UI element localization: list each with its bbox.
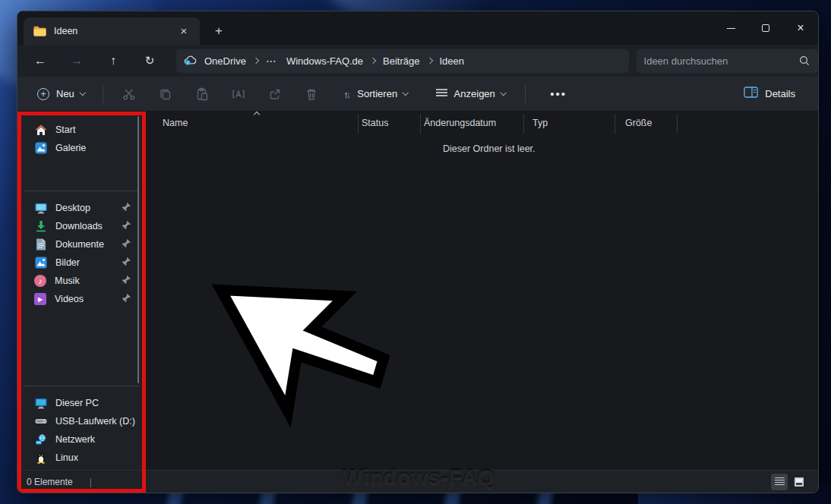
column-resize-handle[interactable] bbox=[677, 114, 678, 134]
usb-drive-icon bbox=[34, 415, 47, 428]
sidebar-item-usb-laufwerk[interactable]: USB-Laufwerk (D:) bbox=[17, 412, 145, 430]
rename-icon[interactable] bbox=[224, 81, 253, 107]
chevron-down-icon bbox=[501, 90, 507, 96]
sidebar-item-label: Bilder bbox=[55, 257, 80, 268]
column-resize-handle[interactable] bbox=[420, 114, 421, 134]
music-icon: ♪ bbox=[34, 275, 46, 287]
close-icon[interactable]: × bbox=[783, 11, 818, 45]
explorer-body: Start Galerie bbox=[17, 112, 818, 470]
pin-icon bbox=[121, 202, 131, 213]
chevron-down-icon bbox=[80, 90, 86, 96]
breadcrumb-separator-icon bbox=[253, 58, 259, 64]
sidebar-item-musik[interactable]: ♪ Musik bbox=[17, 272, 145, 290]
videos-icon: ▶ bbox=[34, 293, 46, 305]
tab-close-button[interactable]: × bbox=[175, 23, 192, 39]
refresh-icon[interactable]: ↻ bbox=[137, 49, 163, 72]
sidebar-item-label: Videos bbox=[55, 294, 84, 304]
pin-icon bbox=[121, 220, 131, 231]
new-button[interactable]: + Neu bbox=[30, 83, 92, 105]
breadcrumb-separator-icon bbox=[426, 58, 432, 64]
sidebar-item-dieser-pc[interactable]: Dieser PC bbox=[17, 394, 145, 412]
sidebar-item-downloads[interactable]: Downloads bbox=[17, 217, 145, 235]
view-toggles bbox=[771, 474, 807, 490]
sidebar-divider bbox=[24, 191, 139, 191]
details-pane-icon bbox=[744, 87, 758, 101]
minimize-icon[interactable] bbox=[713, 11, 748, 45]
maximize-icon[interactable] bbox=[748, 11, 783, 45]
documents-icon bbox=[34, 238, 47, 251]
details-label: Details bbox=[765, 88, 795, 99]
breadcrumb-ellipsis[interactable]: ⋯ bbox=[261, 53, 282, 68]
navigation-pane: Start Galerie bbox=[17, 112, 145, 470]
this-pc-icon bbox=[34, 397, 47, 410]
file-list-pane: Name Status Änderungsdatum Typ Größe Die… bbox=[145, 112, 818, 470]
sidebar-item-linux[interactable]: Linux bbox=[17, 449, 145, 467]
sidebar-scrollbar[interactable] bbox=[137, 116, 139, 383]
sidebar-item-label: Dokumente bbox=[55, 239, 104, 250]
breadcrumb-item-onedrive[interactable]: OneDrive bbox=[200, 54, 251, 68]
sort-label: Sortieren bbox=[357, 88, 397, 99]
share-icon[interactable] bbox=[261, 81, 289, 107]
breadcrumb-item-site[interactable]: Windows-FAQ.de bbox=[282, 54, 368, 68]
sort-ascending-caret-icon bbox=[254, 112, 260, 118]
title-bar: Ideen × + × bbox=[17, 11, 818, 45]
explorer-tab[interactable]: Ideen × bbox=[24, 17, 200, 45]
column-header-groesse[interactable]: Größe bbox=[625, 118, 652, 128]
sidebar-item-videos[interactable]: ▶ Videos bbox=[17, 290, 145, 308]
toolbar-divider bbox=[103, 85, 103, 103]
sidebar-item-label: Start bbox=[55, 124, 75, 135]
back-icon[interactable]: ← bbox=[27, 49, 53, 72]
forward-icon[interactable]: → bbox=[64, 49, 90, 72]
large-arrow-cursor bbox=[206, 267, 411, 453]
pin-icon bbox=[121, 275, 131, 285]
new-tab-button[interactable]: + bbox=[209, 22, 229, 40]
search-input[interactable] bbox=[644, 55, 798, 67]
address-bar[interactable]: OneDrive ⋯ Windows-FAQ.de Beiträge Ideen bbox=[176, 49, 629, 73]
toolbar-divider bbox=[525, 85, 526, 103]
sidebar-item-dokumente[interactable]: Dokumente bbox=[17, 235, 145, 254]
large-icons-view-icon[interactable] bbox=[791, 474, 807, 490]
column-header-status[interactable]: Status bbox=[362, 118, 388, 128]
more-options-icon[interactable]: ••• bbox=[544, 84, 573, 103]
details-pane-button[interactable]: Details bbox=[738, 82, 801, 106]
folder-icon bbox=[33, 25, 46, 38]
search-icon[interactable] bbox=[798, 55, 810, 68]
breadcrumb-item-ideen[interactable]: Ideen bbox=[435, 54, 469, 68]
sidebar-item-label: Galerie bbox=[55, 143, 86, 153]
downloads-icon bbox=[34, 220, 47, 233]
column-resize-handle[interactable] bbox=[358, 114, 359, 134]
sidebar-item-netzwerk[interactable]: Netzwerk bbox=[17, 430, 145, 449]
breadcrumb-item-beitraege[interactable]: Beiträge bbox=[378, 54, 424, 68]
view-label: Anzeigen bbox=[454, 88, 495, 99]
pin-icon bbox=[121, 257, 131, 267]
file-explorer-window: Ideen × + × ← → ↑ ↻ OneDrive ⋯ Wi bbox=[17, 11, 819, 493]
column-header-aenderungsdatum[interactable]: Änderungsdatum bbox=[424, 118, 496, 128]
column-resize-handle[interactable] bbox=[523, 114, 524, 134]
sidebar-item-desktop[interactable]: Desktop bbox=[17, 199, 145, 217]
home-icon bbox=[34, 124, 47, 137]
column-resize-handle[interactable] bbox=[615, 114, 615, 134]
details-view-icon[interactable] bbox=[771, 474, 788, 490]
up-icon[interactable]: ↑ bbox=[100, 49, 126, 72]
cut-icon[interactable] bbox=[115, 81, 144, 107]
sidebar-item-label: Downloads bbox=[55, 221, 103, 232]
sidebar-item-bilder[interactable]: Bilder bbox=[17, 254, 145, 272]
sidebar-item-label: Desktop bbox=[55, 203, 90, 213]
sidebar-item-label: USB-Laufwerk (D:) bbox=[55, 416, 135, 427]
sidebar-divider bbox=[24, 386, 139, 386]
sort-button[interactable]: ↑↓ Sortieren bbox=[337, 83, 413, 106]
sidebar-item-label: Netzwerk bbox=[55, 434, 95, 445]
view-button[interactable]: Anzeigen bbox=[429, 83, 512, 106]
empty-folder-message: Dieser Ordner ist leer. bbox=[443, 143, 536, 154]
column-header-name[interactable]: Name bbox=[163, 118, 188, 128]
search-box[interactable] bbox=[637, 49, 818, 73]
sidebar-item-start[interactable]: Start bbox=[17, 121, 145, 139]
sidebar-item-label: Linux bbox=[55, 452, 78, 463]
column-header-typ[interactable]: Typ bbox=[532, 118, 548, 128]
chevron-down-icon bbox=[403, 90, 409, 96]
sidebar-item-galerie[interactable]: Galerie bbox=[17, 139, 145, 157]
paste-icon[interactable] bbox=[188, 81, 216, 107]
delete-icon[interactable] bbox=[297, 81, 326, 107]
sidebar-item-label: Musik bbox=[55, 276, 80, 286]
copy-icon[interactable] bbox=[151, 81, 180, 107]
